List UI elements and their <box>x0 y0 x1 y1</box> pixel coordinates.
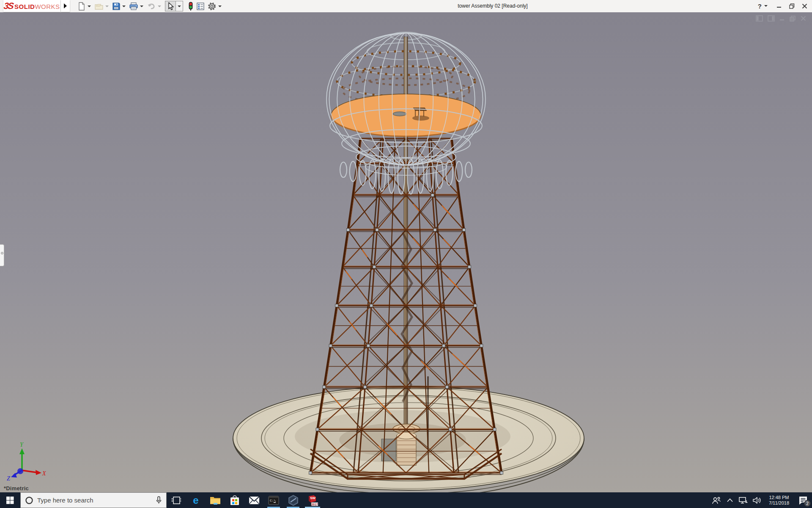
properties-list-icon <box>196 2 205 11</box>
task-view-icon <box>172 496 181 505</box>
close-button[interactable] <box>801 3 808 9</box>
menu-flyout-button[interactable] <box>61 0 70 12</box>
open-dropdown-caret[interactable] <box>105 6 109 7</box>
file-explorer-icon <box>210 496 221 505</box>
save-dropdown-caret[interactable] <box>122 6 126 7</box>
tray-clock[interactable]: 12:48 PM 7/11/2018 <box>764 494 794 506</box>
command-prompt-icon: C:\ <box>268 496 279 505</box>
doc-restore-icon[interactable] <box>790 16 796 22</box>
windows-logo-icon <box>6 497 14 504</box>
taskbar: e C:\ <box>0 492 812 508</box>
solidworks-3s-icon: 3S <box>3 1 14 11</box>
options-dropdown-caret[interactable] <box>218 6 222 7</box>
quick-access-toolbar <box>76 0 224 12</box>
svg-text:e: e <box>193 495 198 506</box>
taskbar-item-store[interactable] <box>225 492 244 508</box>
svg-text:2017: 2017 <box>311 502 318 505</box>
titlebar: 3S SOLID WORKS <box>0 0 812 12</box>
mail-icon <box>249 496 260 505</box>
people-button[interactable] <box>710 492 723 508</box>
taskbar-item-solidworks-2017[interactable]: SW 2017 <box>303 492 322 508</box>
taskbar-search[interactable] <box>20 492 167 508</box>
edge-icon: e <box>190 495 201 506</box>
traffic-light-icon <box>188 2 194 11</box>
people-icon <box>712 496 721 505</box>
cortana-circle-icon <box>25 496 33 505</box>
network-icon <box>739 497 748 504</box>
doc-minimize-icon[interactable] <box>779 16 785 21</box>
options-button[interactable] <box>206 1 218 12</box>
help-dropdown-caret[interactable] <box>764 5 768 7</box>
pane-left-icon[interactable] <box>756 15 763 22</box>
document-title: tower Assembly 02 [Read-only] <box>440 0 546 12</box>
undo-icon <box>147 2 156 11</box>
store-icon <box>230 495 240 506</box>
save-button[interactable] <box>111 1 122 12</box>
model-scene: Y X Z <box>0 12 812 492</box>
evaluate-panel-button[interactable] <box>195 1 206 12</box>
open-icon <box>94 2 104 11</box>
triad-x-label: X <box>42 470 46 477</box>
undo-button[interactable] <box>145 1 157 12</box>
svg-text:C:\: C:\ <box>270 499 276 502</box>
volume-icon <box>753 497 761 504</box>
print-icon <box>129 2 138 11</box>
flyout-pin-icon <box>1 252 3 254</box>
doc-close-icon[interactable] <box>801 16 806 21</box>
chevron-up-icon <box>727 498 733 502</box>
save-icon <box>112 2 121 11</box>
taskbar-item-mail[interactable] <box>244 492 264 508</box>
triad-z-label: Z <box>7 475 10 482</box>
view-orientation-label: *Dimetric <box>4 485 29 491</box>
microphone-icon[interactable] <box>156 496 162 505</box>
print-dropdown-caret[interactable] <box>140 6 143 7</box>
tray-overflow-button[interactable] <box>723 492 737 508</box>
taskbar-item-command-prompt[interactable]: C:\ <box>264 492 283 508</box>
help-button[interactable]: ? <box>758 3 762 10</box>
edrawings-hexagon-icon <box>288 495 299 506</box>
print-button[interactable] <box>128 1 140 12</box>
taskbar-item-file-explorer[interactable] <box>206 492 225 508</box>
notification-badge: 2 <box>804 500 811 507</box>
undo-dropdown-caret[interactable] <box>158 6 161 7</box>
open-button[interactable] <box>93 1 105 12</box>
tray-time: 12:48 PM <box>764 495 794 500</box>
new-dropdown-caret[interactable] <box>88 6 91 7</box>
taskbar-item-edrawings[interactable] <box>283 492 303 508</box>
select-cursor-icon <box>166 2 175 11</box>
pane-right-icon[interactable] <box>768 15 775 22</box>
flyout-arrow-icon <box>64 3 67 8</box>
feature-tree-flyout-tab[interactable] <box>0 244 4 266</box>
display-settings-button[interactable] <box>187 1 195 12</box>
minimize-button[interactable] <box>776 3 782 9</box>
start-button[interactable] <box>0 492 20 508</box>
system-tray: 12:48 PM 7/11/2018 2 <box>710 492 812 508</box>
graphics-viewport[interactable]: Y X Z *Dimetric <box>0 12 812 492</box>
taskbar-item-task-view[interactable] <box>167 492 186 508</box>
window-controls: ? <box>758 0 808 12</box>
volume-button[interactable] <box>750 492 764 508</box>
search-input[interactable] <box>37 497 143 504</box>
tray-date: 7/11/2018 <box>764 500 794 506</box>
new-document-button[interactable] <box>76 1 87 12</box>
restore-button[interactable] <box>788 3 795 9</box>
solidworks-logo: 3S SOLID WORKS <box>3 0 60 12</box>
gear-icon <box>207 2 217 11</box>
platform-hatch <box>393 112 406 116</box>
network-button[interactable] <box>737 492 750 508</box>
document-window-controls <box>756 15 806 22</box>
solidworks-2017-icon: SW 2017 <box>307 494 318 506</box>
select-tool-button[interactable] <box>165 1 176 11</box>
action-center-button[interactable]: 2 <box>794 492 812 508</box>
new-document-icon <box>77 2 86 11</box>
select-dropdown-caret[interactable] <box>176 1 183 11</box>
taskbar-item-edge[interactable]: e <box>186 492 206 508</box>
svg-text:SW: SW <box>310 496 315 500</box>
